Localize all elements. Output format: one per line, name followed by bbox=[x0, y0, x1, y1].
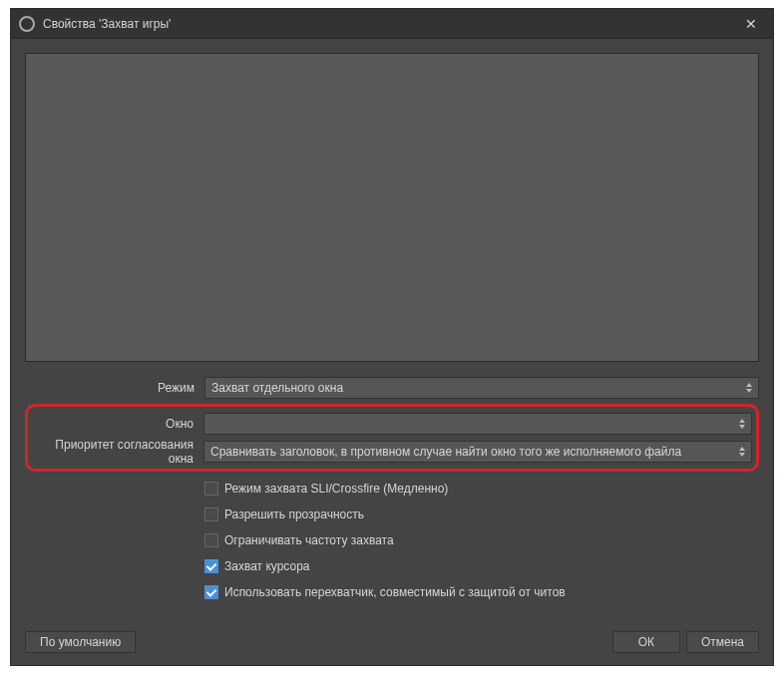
label-transparency: Разрешить прозрачность bbox=[224, 507, 364, 521]
button-bar: По умолчанию ОК Отмена bbox=[11, 621, 773, 665]
row-transparency[interactable]: Разрешить прозрачность bbox=[25, 504, 759, 525]
row-priority: Приоритет согласования окна Сравнивать з… bbox=[32, 440, 752, 464]
cancel-button[interactable]: Отмена bbox=[686, 631, 759, 653]
label-priority: Приоритет согласования окна bbox=[32, 438, 203, 466]
checkbox-sli[interactable] bbox=[204, 482, 218, 496]
select-priority[interactable]: Сравнивать заголовок, в противном случае… bbox=[203, 441, 752, 463]
app-icon bbox=[19, 16, 35, 32]
checkbox-anticheat[interactable] bbox=[204, 585, 218, 599]
row-sli[interactable]: Режим захвата SLI/Crossfire (Медленно) bbox=[25, 478, 759, 500]
chevron-updown-icon bbox=[735, 414, 749, 434]
select-window[interactable] bbox=[203, 413, 752, 435]
select-mode[interactable]: Захват отдельного окна bbox=[204, 377, 759, 399]
label-sli: Режим захвата SLI/Crossfire (Медленно) bbox=[224, 482, 448, 496]
row-anticheat[interactable]: Использовать перехватчик, совместимый с … bbox=[25, 581, 759, 603]
titlebar: Свойства 'Захват игры' ✕ bbox=[11, 9, 773, 39]
row-window: Окно bbox=[32, 412, 752, 436]
close-icon[interactable]: ✕ bbox=[737, 12, 765, 36]
preview-pane bbox=[25, 53, 759, 362]
checkbox-transparency[interactable] bbox=[204, 507, 218, 521]
defaults-button[interactable]: По умолчанию bbox=[25, 631, 136, 653]
checkbox-limit-fps[interactable] bbox=[204, 533, 218, 547]
highlight-annotation: Окно Приоритет согласования окна Сравнив… bbox=[25, 404, 759, 472]
label-cursor: Захват курсора bbox=[224, 559, 309, 573]
ok-button[interactable]: ОК bbox=[612, 631, 680, 653]
chevron-updown-icon bbox=[735, 442, 749, 462]
label-window: Окно bbox=[32, 417, 203, 431]
properties-window: Свойства 'Захват игры' ✕ Режим Захват от… bbox=[10, 8, 774, 666]
row-cursor[interactable]: Захват курсора bbox=[25, 555, 759, 577]
form-area: Режим Захват отдельного окна Окно Приори… bbox=[25, 376, 759, 607]
label-anticheat: Использовать перехватчик, совместимый с … bbox=[224, 585, 566, 599]
row-limit-fps[interactable]: Ограничивать частоту захвата bbox=[25, 529, 759, 551]
checkbox-cursor[interactable] bbox=[204, 559, 218, 573]
window-title: Свойства 'Захват игры' bbox=[43, 17, 737, 31]
select-mode-value: Захват отдельного окна bbox=[211, 381, 343, 395]
content-area: Режим Захват отдельного окна Окно Приори… bbox=[11, 39, 773, 621]
label-limit-fps: Ограничивать частоту захвата bbox=[224, 533, 394, 547]
row-mode: Режим Захват отдельного окна bbox=[25, 376, 759, 400]
chevron-updown-icon bbox=[742, 378, 756, 398]
select-priority-value: Сравнивать заголовок, в противном случае… bbox=[210, 445, 681, 459]
label-mode: Режим bbox=[25, 381, 204, 395]
